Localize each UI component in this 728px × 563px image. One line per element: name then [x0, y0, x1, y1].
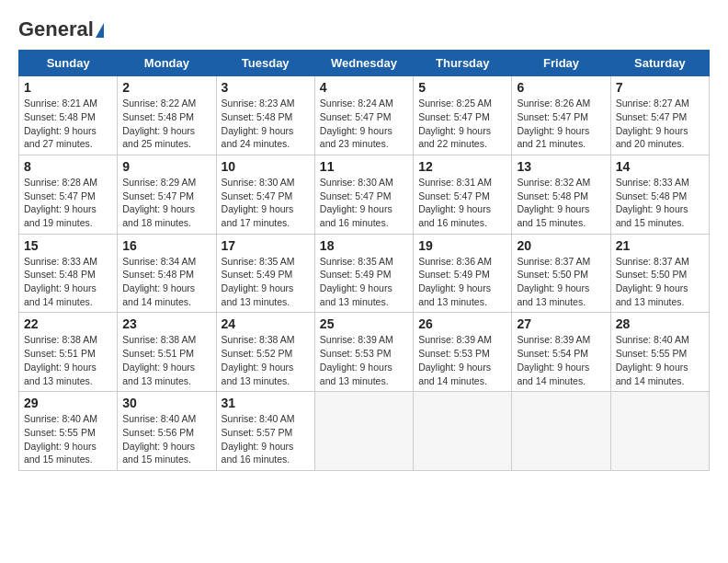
daylight-text: Daylight: 9 hours and 19 minutes. — [24, 202, 112, 229]
day-number: 29 — [24, 396, 112, 410]
sunrise-text: Sunrise: 8:40 AM — [122, 412, 210, 426]
sunset-text: Sunset: 5:47 PM — [122, 190, 210, 203]
day-number: 1 — [24, 80, 112, 95]
calendar-day-cell: 31Sunrise: 8:40 AMSunset: 5:57 PMDayligh… — [216, 392, 314, 471]
calendar-day-cell: 16Sunrise: 8:34 AMSunset: 5:48 PMDayligh… — [118, 234, 216, 313]
daylight-text: Daylight: 9 hours and 21 minutes. — [517, 124, 605, 151]
calendar-week-row: 1Sunrise: 8:21 AMSunset: 5:48 PMDaylight… — [19, 76, 710, 155]
sunrise-text: Sunrise: 8:24 AM — [320, 97, 408, 110]
sunset-text: Sunset: 5:47 PM — [418, 110, 506, 124]
sunrise-text: Sunrise: 8:33 AM — [616, 176, 704, 190]
calendar-day-cell: 17Sunrise: 8:35 AMSunset: 5:49 PMDayligh… — [216, 234, 314, 313]
sunrise-text: Sunrise: 8:37 AM — [616, 255, 704, 269]
calendar-day-cell: 4Sunrise: 8:24 AMSunset: 5:47 PMDaylight… — [314, 76, 413, 155]
day-detail: Sunrise: 8:40 AMSunset: 5:56 PMDaylight:… — [122, 412, 210, 466]
day-detail: Sunrise: 8:32 AMSunset: 5:48 PMDaylight:… — [517, 176, 605, 230]
calendar-day-cell: 7Sunrise: 8:27 AMSunset: 5:47 PMDaylight… — [610, 76, 709, 155]
sunrise-text: Sunrise: 8:34 AM — [122, 255, 210, 269]
col-header-monday: Monday — [118, 51, 216, 76]
col-header-thursday: Thursday — [414, 51, 512, 76]
calendar-week-row: 8Sunrise: 8:28 AMSunset: 5:47 PMDaylight… — [19, 155, 710, 234]
sunset-text: Sunset: 5:52 PM — [222, 347, 310, 361]
day-number: 4 — [320, 80, 408, 95]
daylight-text: Daylight: 9 hours and 13 minutes. — [222, 282, 310, 308]
sunrise-text: Sunrise: 8:35 AM — [320, 255, 408, 269]
calendar-day-cell: 20Sunrise: 8:37 AMSunset: 5:50 PMDayligh… — [512, 234, 610, 313]
day-detail: Sunrise: 8:30 AMSunset: 5:47 PMDaylight:… — [222, 176, 310, 230]
day-detail: Sunrise: 8:28 AMSunset: 5:47 PMDaylight:… — [24, 176, 112, 230]
day-detail: Sunrise: 8:29 AMSunset: 5:47 PMDaylight:… — [122, 176, 210, 230]
sunset-text: Sunset: 5:47 PM — [418, 190, 506, 203]
page-header: General — [18, 18, 710, 40]
day-number: 18 — [320, 238, 408, 253]
day-detail: Sunrise: 8:39 AMSunset: 5:54 PMDaylight:… — [517, 333, 605, 387]
daylight-text: Daylight: 9 hours and 15 minutes. — [616, 202, 704, 229]
day-number: 28 — [616, 316, 704, 331]
sunset-text: Sunset: 5:55 PM — [24, 426, 112, 440]
day-number: 16 — [122, 238, 210, 253]
calendar-day-cell — [512, 392, 610, 471]
day-detail: Sunrise: 8:34 AMSunset: 5:48 PMDaylight:… — [122, 255, 210, 309]
day-detail: Sunrise: 8:24 AMSunset: 5:47 PMDaylight:… — [320, 97, 408, 151]
logo-general: General — [18, 17, 94, 40]
sunrise-text: Sunrise: 8:30 AM — [320, 176, 408, 190]
day-detail: Sunrise: 8:40 AMSunset: 5:57 PMDaylight:… — [222, 412, 310, 466]
daylight-text: Daylight: 9 hours and 14 minutes. — [517, 361, 605, 387]
day-detail: Sunrise: 8:31 AMSunset: 5:47 PMDaylight:… — [418, 176, 506, 230]
daylight-text: Daylight: 9 hours and 14 minutes. — [418, 361, 506, 387]
sunset-text: Sunset: 5:50 PM — [616, 268, 704, 282]
day-number: 24 — [222, 316, 310, 331]
sunset-text: Sunset: 5:48 PM — [24, 268, 112, 282]
daylight-text: Daylight: 9 hours and 14 minutes. — [122, 282, 210, 308]
calendar-day-cell: 26Sunrise: 8:39 AMSunset: 5:53 PMDayligh… — [414, 313, 512, 392]
calendar-day-cell: 30Sunrise: 8:40 AMSunset: 5:56 PMDayligh… — [118, 392, 216, 471]
daylight-text: Daylight: 9 hours and 13 minutes. — [122, 361, 210, 387]
daylight-text: Daylight: 9 hours and 13 minutes. — [24, 361, 112, 387]
day-number: 13 — [517, 159, 605, 174]
daylight-text: Daylight: 9 hours and 16 minutes. — [222, 440, 310, 466]
sunset-text: Sunset: 5:48 PM — [517, 190, 605, 203]
daylight-text: Daylight: 9 hours and 22 minutes. — [418, 124, 506, 151]
col-header-wednesday: Wednesday — [314, 51, 413, 76]
col-header-friday: Friday — [512, 51, 610, 76]
calendar-day-cell: 8Sunrise: 8:28 AMSunset: 5:47 PMDaylight… — [19, 155, 118, 234]
day-detail: Sunrise: 8:25 AMSunset: 5:47 PMDaylight:… — [418, 97, 506, 151]
day-number: 3 — [222, 80, 310, 95]
calendar-day-cell: 18Sunrise: 8:35 AMSunset: 5:49 PMDayligh… — [314, 234, 413, 313]
sunset-text: Sunset: 5:51 PM — [24, 347, 112, 361]
daylight-text: Daylight: 9 hours and 14 minutes. — [616, 361, 704, 387]
calendar-day-cell: 3Sunrise: 8:23 AMSunset: 5:48 PMDaylight… — [216, 76, 314, 155]
day-number: 10 — [222, 159, 310, 174]
day-number: 17 — [222, 238, 310, 253]
day-number: 5 — [418, 80, 506, 95]
calendar-day-cell: 22Sunrise: 8:38 AMSunset: 5:51 PMDayligh… — [19, 313, 118, 392]
day-detail: Sunrise: 8:40 AMSunset: 5:55 PMDaylight:… — [24, 412, 112, 466]
daylight-text: Daylight: 9 hours and 23 minutes. — [320, 124, 408, 151]
sunset-text: Sunset: 5:57 PM — [222, 426, 310, 440]
calendar-day-cell: 24Sunrise: 8:38 AMSunset: 5:52 PMDayligh… — [216, 313, 314, 392]
sunrise-text: Sunrise: 8:33 AM — [24, 255, 112, 269]
calendar-table: SundayMondayTuesdayWednesdayThursdayFrid… — [18, 50, 710, 471]
calendar-day-cell: 14Sunrise: 8:33 AMSunset: 5:48 PMDayligh… — [610, 155, 709, 234]
day-number: 31 — [222, 396, 310, 410]
sunrise-text: Sunrise: 8:40 AM — [24, 412, 112, 426]
sunrise-text: Sunrise: 8:39 AM — [418, 333, 506, 347]
sunset-text: Sunset: 5:47 PM — [222, 190, 310, 203]
day-detail: Sunrise: 8:21 AMSunset: 5:48 PMDaylight:… — [24, 97, 112, 151]
sunrise-text: Sunrise: 8:29 AM — [122, 176, 210, 190]
daylight-text: Daylight: 9 hours and 15 minutes. — [122, 440, 210, 466]
daylight-text: Daylight: 9 hours and 25 minutes. — [122, 124, 210, 151]
sunrise-text: Sunrise: 8:38 AM — [24, 333, 112, 347]
calendar-week-row: 22Sunrise: 8:38 AMSunset: 5:51 PMDayligh… — [19, 313, 710, 392]
sunrise-text: Sunrise: 8:31 AM — [418, 176, 506, 190]
day-detail: Sunrise: 8:22 AMSunset: 5:48 PMDaylight:… — [122, 97, 210, 151]
sunset-text: Sunset: 5:53 PM — [320, 347, 408, 361]
daylight-text: Daylight: 9 hours and 13 minutes. — [517, 282, 605, 308]
day-detail: Sunrise: 8:35 AMSunset: 5:49 PMDaylight:… — [222, 255, 310, 309]
day-detail: Sunrise: 8:23 AMSunset: 5:48 PMDaylight:… — [222, 97, 310, 151]
day-number: 20 — [517, 238, 605, 253]
sunset-text: Sunset: 5:49 PM — [222, 268, 310, 282]
col-header-sunday: Sunday — [19, 51, 118, 76]
calendar-day-cell: 25Sunrise: 8:39 AMSunset: 5:53 PMDayligh… — [314, 313, 413, 392]
calendar-day-cell: 19Sunrise: 8:36 AMSunset: 5:49 PMDayligh… — [414, 234, 512, 313]
